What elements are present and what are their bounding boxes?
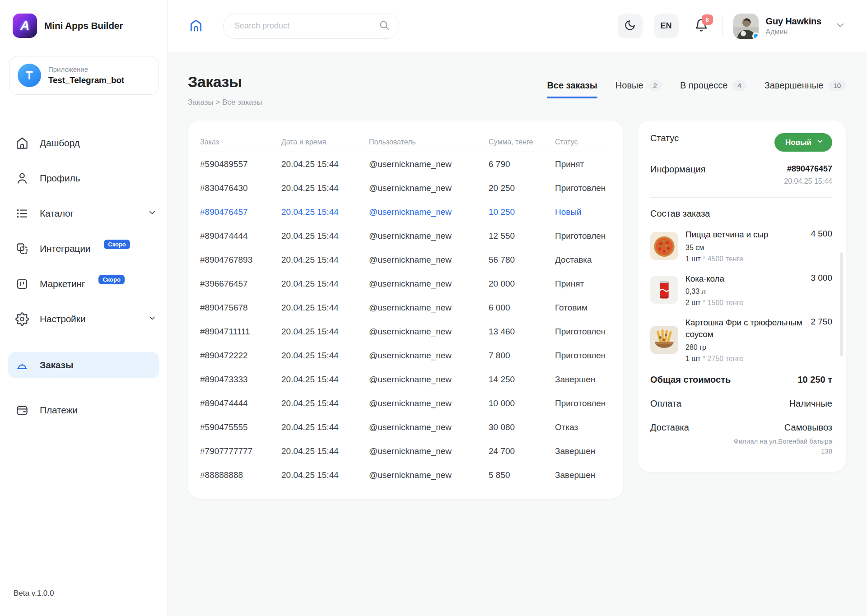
table-row[interactable]: #890471111120.04.25 15:44@usernickname_n…	[200, 320, 611, 343]
delivery-address: Филиал на ул.Богенбай батыра 138	[724, 436, 832, 457]
language-button[interactable]: EN	[654, 14, 679, 38]
moon-icon	[624, 19, 636, 33]
main-area: EN 8 Guy Hawkins Админ	[168, 0, 867, 616]
title-block: Заказы Заказы > Все заказы	[188, 73, 262, 107]
cell-status: Приготовлен	[555, 231, 611, 241]
cell-status: Отказ	[555, 422, 611, 432]
item-quantity: 1 шт * 4500 тенге	[685, 255, 803, 263]
table-row[interactable]: #89047444420.04.25 15:44@usernickname_ne…	[200, 224, 611, 248]
content: Заказы Заказы > Все заказы Все заказыНов…	[168, 52, 867, 616]
user-profile-menu[interactable]: Guy Hawkins Админ	[733, 14, 846, 39]
cell-status: Приготовлен	[555, 351, 611, 361]
cell-id: #890475678	[200, 303, 281, 313]
soon-badge: Скоро	[98, 275, 125, 284]
status-label: Статус	[650, 133, 679, 144]
cell-user: @usernickname_new	[369, 422, 489, 432]
cell-datetime: 20.04.25 15:44	[281, 231, 369, 241]
marketing-icon	[15, 277, 29, 291]
cell-amount: 20 250	[489, 183, 555, 193]
status-dropdown[interactable]: Новый	[774, 133, 832, 152]
sidebar-item-label: Дашборд	[40, 138, 80, 148]
tab-В процессе[interactable]: В процессе4	[680, 80, 746, 98]
cell-datetime: 20.04.25 15:44	[281, 351, 369, 361]
home-button[interactable]	[188, 18, 204, 34]
tab-Новые[interactable]: Новые2	[615, 80, 662, 98]
theme-toggle-button[interactable]	[618, 14, 643, 38]
app-card-label: Приложение	[48, 65, 124, 73]
sidebar-nav-secondary: ЗаказыПлатежи	[0, 352, 168, 442]
cell-status: Приготовлен	[555, 398, 611, 408]
table-row[interactable]: #89047444420.04.25 15:44@usernickname_ne…	[200, 391, 611, 415]
sidebar-item-integrations[interactable]: ИнтеграцииСкоро	[0, 236, 168, 262]
order-items-list: Пицца ветчина и сыр35 см1 шт * 4500 тенг…	[650, 229, 832, 363]
table-row[interactable]: #83047643020.04.25 15:44@usernickname_ne…	[200, 176, 611, 200]
table-row[interactable]: #89047333320.04.25 15:44@usernickname_ne…	[200, 367, 611, 391]
cell-status: Готовим	[555, 303, 611, 313]
table-row[interactable]: #89047222220.04.25 15:44@usernickname_ne…	[200, 343, 611, 367]
status-row: Статус Новый	[650, 133, 832, 152]
cell-user: @usernickname_new	[369, 446, 489, 456]
order-item: Кока-кола0,33 л2 шт * 1500 тенге3 000	[650, 273, 832, 307]
column-header: Статус	[555, 138, 611, 146]
table-row[interactable]: #89047567820.04.25 15:44@usernickname_ne…	[200, 296, 611, 320]
brand: A Mini Apps Builder	[0, 0, 168, 38]
version-label: Beta v.1.0.0	[0, 589, 168, 616]
search-icon[interactable]	[379, 20, 390, 32]
cell-amount: 6 000	[489, 303, 555, 313]
sidebar-item-dashboard[interactable]: Дашборд	[0, 130, 168, 156]
cell-user: @usernickname_new	[369, 398, 489, 408]
cell-user: @usernickname_new	[369, 159, 489, 169]
order-items-title: Состав заказа	[650, 208, 832, 219]
cell-datetime: 20.04.25 15:44	[281, 422, 369, 432]
sidebar-item-label: Платежи	[40, 405, 78, 416]
tab-Завершенные[interactable]: Завершенные10	[764, 80, 846, 98]
breadcrumb: Заказы > Все заказы	[188, 98, 262, 107]
notification-count-badge: 8	[702, 14, 713, 25]
sidebar-item-profile[interactable]: Профиль	[0, 165, 168, 191]
table-row[interactable]: #89047645720.04.25 15:44@usernickname_ne…	[200, 200, 611, 224]
cell-id: #830476430	[200, 183, 281, 193]
list-icon	[15, 207, 29, 220]
notifications-button[interactable]: 8	[692, 16, 710, 36]
cell-amount: 14 250	[489, 375, 555, 384]
tab-Все заказы[interactable]: Все заказы	[547, 80, 597, 98]
delivery-row: Доставка Самовывоз	[650, 422, 832, 433]
item-name: Кока-кола	[685, 273, 803, 285]
integrations-icon	[15, 242, 29, 255]
order-id: #890476457	[784, 164, 832, 174]
cell-datetime: 20.04.25 15:44	[281, 183, 369, 193]
payment-label: Оплата	[650, 398, 681, 409]
sidebar-item-orders[interactable]: Заказы	[8, 352, 159, 378]
cell-status: Принят	[555, 279, 611, 289]
info-label: Информация	[650, 164, 705, 175]
search-input[interactable]	[234, 21, 379, 31]
order-datetime: 20.04.25 15:44	[784, 177, 832, 185]
sidebar-item-catalog[interactable]: Каталог	[0, 200, 168, 227]
cell-user: @usernickname_new	[369, 183, 489, 193]
sidebar-item-payments[interactable]: Платежи	[0, 397, 168, 423]
home-icon	[189, 18, 203, 34]
user-name: Guy Hawkins	[766, 16, 821, 27]
table-row[interactable]: #59048955720.04.25 15:44@usernickname_ne…	[200, 152, 611, 176]
table-row[interactable]: #790777777720.04.25 15:44@usernickname_n…	[200, 439, 611, 463]
item-size: 35 см	[685, 244, 803, 252]
table-row[interactable]: #8888888820.04.25 15:44@usernickname_new…	[200, 463, 611, 487]
gear-icon	[15, 312, 29, 326]
content-header: Заказы Заказы > Все заказы Все заказыНов…	[188, 73, 846, 107]
sidebar-item-marketing[interactable]: МаркетингСкоро	[0, 271, 168, 297]
cell-amount: 6 790	[489, 159, 555, 169]
table-row[interactable]: #59047555520.04.25 15:44@usernickname_ne…	[200, 415, 611, 439]
table-row[interactable]: #890476789320.04.25 15:44@usernickname_n…	[200, 248, 611, 272]
app-selector-card[interactable]: T Приложение Test_Telegram_bot	[9, 56, 158, 95]
table-row[interactable]: #39667645720.04.25 15:44@usernickname_ne…	[200, 272, 611, 296]
item-info: Кока-кола0,33 л2 шт * 1500 тенге	[685, 273, 803, 307]
sidebar-item-settings[interactable]: Настройки	[0, 306, 168, 332]
chevron-down-icon	[148, 208, 157, 219]
cell-amount: 10 000	[489, 398, 555, 408]
column-header: Сумма, тенге	[489, 138, 555, 146]
user-role: Админ	[766, 28, 821, 36]
details-scrollbar[interactable]	[840, 252, 843, 356]
cell-status: Завершен	[555, 375, 611, 384]
cell-id: #7907777777	[200, 446, 281, 456]
cell-amount: 56 780	[489, 255, 555, 265]
